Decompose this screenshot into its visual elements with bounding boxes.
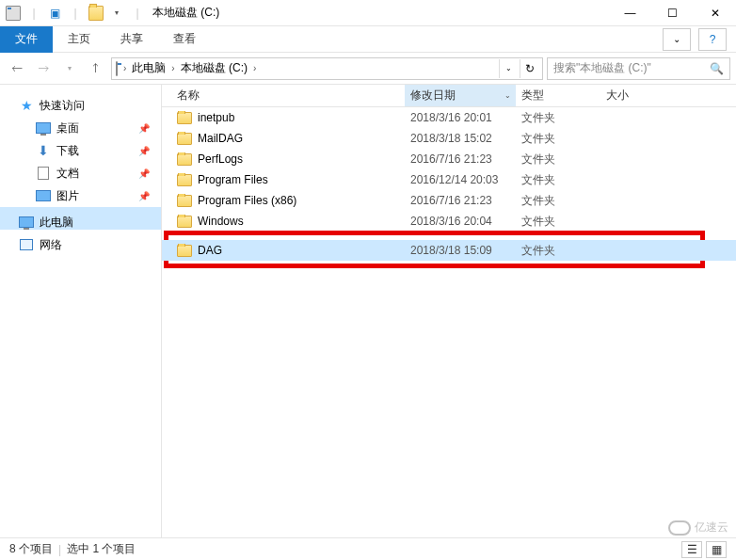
file-row[interactable]: PerfLogs2016/7/16 21:23文件夹 xyxy=(162,149,736,169)
file-name: DAG xyxy=(198,244,222,257)
sidebar-label: 桌面 xyxy=(56,120,79,136)
window-title: 本地磁盘 (C:) xyxy=(152,5,219,21)
column-headers: 名称 修改日期⌄ 类型 大小 xyxy=(162,85,736,107)
qat-separator: | xyxy=(26,6,41,21)
pin-icon: 📌 xyxy=(138,168,150,179)
file-row[interactable]: inetpub2018/3/16 20:01文件夹 xyxy=(162,107,736,128)
sidebar: ★ 快速访问 桌面 📌 ⬇ 下载 📌 文档 📌 图片 📌 此电脑 xyxy=(0,85,162,540)
folder-icon xyxy=(177,153,192,166)
file-type: 文件夹 xyxy=(516,243,600,259)
file-name: Program Files xyxy=(198,173,268,186)
file-row[interactable]: MailDAG2018/3/18 15:02文件夹 xyxy=(162,128,736,149)
chevron-right-icon[interactable]: › xyxy=(171,63,174,73)
tab-file[interactable]: 文件 xyxy=(0,26,53,53)
sidebar-item-desktop[interactable]: 桌面 📌 xyxy=(0,117,161,139)
refresh-icon[interactable]: ↻ xyxy=(520,59,538,78)
file-type: 文件夹 xyxy=(516,152,600,168)
computer-icon xyxy=(19,215,34,230)
sidebar-label: 此电脑 xyxy=(40,215,73,231)
sidebar-item-downloads[interactable]: ⬇ 下载 📌 xyxy=(0,139,161,162)
cloud-icon xyxy=(668,520,691,536)
search-box[interactable]: 搜索"本地磁盘 (C:)" 🔍 xyxy=(547,57,730,80)
pin-icon: 📌 xyxy=(138,146,150,156)
file-type: 文件夹 xyxy=(516,172,600,188)
file-row[interactable]: Program Files (x86)2016/7/16 21:23文件夹 xyxy=(162,190,736,211)
file-date: 2016/7/16 21:23 xyxy=(405,152,516,166)
breadcrumb-pc[interactable]: 此电脑 xyxy=(132,60,166,76)
sidebar-label: 下载 xyxy=(56,143,79,159)
sidebar-label: 网络 xyxy=(40,237,62,253)
file-date: 2018/3/18 15:09 xyxy=(405,244,516,257)
view-icons-icon[interactable]: ▦ xyxy=(706,541,727,558)
file-row-selected[interactable]: DAG 2018/3/18 15:09 文件夹 xyxy=(162,240,736,261)
address-dropdown-icon[interactable]: ⌄ xyxy=(499,59,518,78)
chevron-right-icon[interactable]: › xyxy=(123,63,126,73)
column-type[interactable]: 类型 xyxy=(516,85,600,106)
column-date[interactable]: 修改日期⌄ xyxy=(405,85,516,106)
search-placeholder: 搜索"本地磁盘 (C:)" xyxy=(553,60,651,76)
sidebar-label: 文档 xyxy=(56,166,79,182)
tab-home[interactable]: 主页 xyxy=(53,26,105,53)
file-date: 2018/3/18 15:02 xyxy=(405,132,516,145)
back-button[interactable]: 🡐 xyxy=(6,57,28,80)
chevron-right-icon[interactable]: › xyxy=(253,63,256,73)
sidebar-item-documents[interactable]: 文档 📌 xyxy=(0,162,161,184)
ribbon-expand-icon[interactable]: ⌄ xyxy=(663,28,691,51)
file-type: 文件夹 xyxy=(516,131,600,147)
folder-icon xyxy=(177,216,192,228)
file-row[interactable]: Windows2018/3/16 20:04文件夹 xyxy=(162,211,736,232)
file-list: 名称 修改日期⌄ 类型 大小 inetpub2018/3/16 20:01文件夹… xyxy=(162,85,736,540)
qat-properties-icon[interactable]: ▣ xyxy=(47,6,62,21)
qat-separator: | xyxy=(68,6,83,21)
qat-separator: | xyxy=(130,6,145,21)
file-row[interactable]: Program Files2016/12/14 20:03文件夹 xyxy=(162,169,736,190)
folder-icon xyxy=(177,112,192,124)
folder-icon xyxy=(177,195,192,207)
sidebar-label: 图片 xyxy=(56,188,79,204)
column-size[interactable]: 大小 xyxy=(600,85,685,106)
file-date: 2018/3/16 20:01 xyxy=(405,111,516,124)
status-selected: 选中 1 个项目 xyxy=(67,541,136,557)
sidebar-item-quick-access[interactable]: ★ 快速访问 xyxy=(0,94,161,117)
file-type: 文件夹 xyxy=(516,110,600,126)
sidebar-item-this-pc[interactable]: 此电脑 xyxy=(0,207,161,230)
folder-icon xyxy=(177,133,192,145)
file-name: Program Files (x86) xyxy=(198,194,296,207)
app-icon xyxy=(6,6,21,21)
recent-dropdown-icon[interactable]: ▾ xyxy=(58,57,81,80)
status-divider: | xyxy=(58,543,61,556)
search-icon[interactable]: 🔍 xyxy=(710,62,724,75)
tab-view[interactable]: 查看 xyxy=(158,26,211,53)
tab-share[interactable]: 共享 xyxy=(105,26,158,53)
address-bar[interactable]: › 此电脑 › 本地磁盘 (C:) › ⌄ ↻ xyxy=(111,57,543,80)
desktop-icon xyxy=(36,120,51,136)
download-icon: ⬇ xyxy=(36,143,51,158)
document-icon xyxy=(36,166,51,181)
file-type: 文件夹 xyxy=(516,214,600,230)
minimize-button[interactable]: — xyxy=(609,0,651,26)
status-count: 8 个项目 xyxy=(9,541,53,557)
column-name[interactable]: 名称 xyxy=(171,85,405,106)
up-button[interactable]: 🡑 xyxy=(85,57,107,80)
help-icon[interactable]: ? xyxy=(698,28,727,51)
network-icon xyxy=(19,237,34,252)
forward-button[interactable]: 🡒 xyxy=(32,57,55,80)
sidebar-label: 快速访问 xyxy=(40,98,85,114)
chevron-down-icon: ⌄ xyxy=(504,91,511,100)
ribbon-tabs: 文件 主页 共享 查看 ⌄ ? xyxy=(0,26,736,53)
drive-icon xyxy=(116,62,118,75)
file-date: 2016/12/14 20:03 xyxy=(405,173,516,186)
file-type: 文件夹 xyxy=(516,193,600,209)
folder-icon xyxy=(177,245,192,257)
pin-icon: 📌 xyxy=(138,123,150,134)
sidebar-item-network[interactable]: 网络 xyxy=(0,230,161,252)
qat-dropdown-icon[interactable]: ▾ xyxy=(109,6,124,21)
star-icon: ★ xyxy=(19,98,34,113)
breadcrumb-drive[interactable]: 本地磁盘 (C:) xyxy=(181,60,248,76)
pin-icon: 📌 xyxy=(138,191,150,201)
close-button[interactable]: ✕ xyxy=(694,0,736,26)
file-name: Windows xyxy=(198,215,244,228)
view-details-icon[interactable]: ☰ xyxy=(681,541,702,558)
maximize-button[interactable]: ☐ xyxy=(651,0,694,26)
sidebar-item-pictures[interactable]: 图片 📌 xyxy=(0,184,161,207)
